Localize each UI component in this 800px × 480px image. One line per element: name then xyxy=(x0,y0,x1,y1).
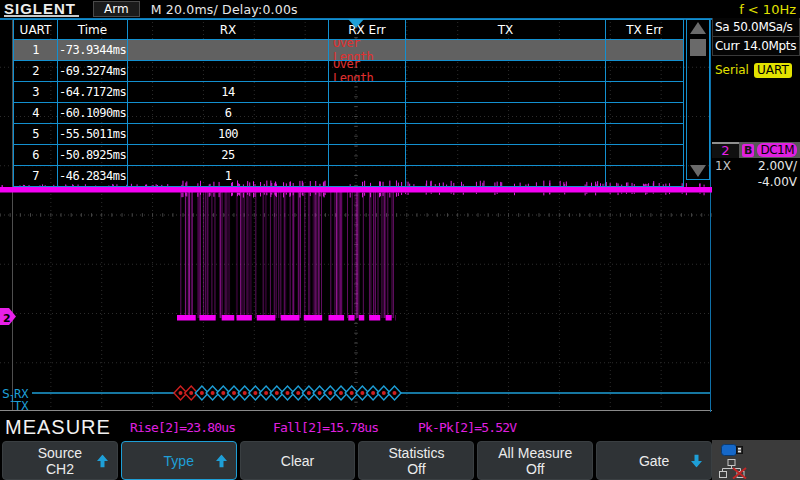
cell-tx_err xyxy=(606,145,683,165)
column-header: UART xyxy=(14,20,58,39)
coupling-badge: DC1M xyxy=(757,143,797,157)
memory-depth-readout: Curr 14.0Mpts xyxy=(712,36,800,56)
table-row[interactable]: 3-64.7172ms14 xyxy=(14,82,683,103)
measure-bar: MEASURE Rise[2]=23.80us Fall[2]=15.78us … xyxy=(0,412,800,440)
cell-tx xyxy=(406,145,606,165)
cell-idx: 2 xyxy=(14,61,58,81)
cell-tx xyxy=(406,61,606,81)
menu-button-statistics[interactable]: StatisticsOff xyxy=(358,441,474,480)
menu-button-source[interactable]: SourceCH2 xyxy=(2,441,118,480)
chevron-down-icon xyxy=(691,454,702,467)
svg-text:TX: TX xyxy=(14,399,29,413)
measure-title: MEASURE xyxy=(5,416,111,439)
column-header: Time xyxy=(58,20,128,39)
serial-label: Serial xyxy=(715,63,749,77)
cell-time: -50.8925ms xyxy=(58,145,128,165)
cell-tx_err xyxy=(606,103,683,123)
table-row[interactable]: 7-46.2834ms1 xyxy=(14,166,683,186)
cell-rx: 6 xyxy=(128,103,329,123)
cell-time: -73.9344ms xyxy=(58,40,128,60)
scroll-down-icon[interactable] xyxy=(690,165,706,177)
top-status-bar: SIGLENT Arm M 20.0ms/ Delay:0.00s f < 10… xyxy=(0,0,800,18)
column-header: TX Err xyxy=(606,20,683,39)
trigger-status-badge: Arm xyxy=(93,1,140,17)
chevron-up-icon xyxy=(97,454,108,467)
cell-idx: 7 xyxy=(14,166,58,186)
status-icon-panel xyxy=(712,440,800,480)
cell-idx: 4 xyxy=(14,103,58,123)
cell-rx: 100 xyxy=(128,124,329,144)
cell-time: -55.5011ms xyxy=(58,124,128,144)
chevron-up-icon xyxy=(216,454,227,467)
sample-rate-readout: Sa 50.0MSa/s xyxy=(712,17,800,37)
measurement-fall: Fall[2]=15.78us xyxy=(273,420,378,435)
serial-decode-status[interactable]: Serial UART xyxy=(712,61,800,79)
cell-tx_err xyxy=(606,82,683,102)
menu-button-label: Type xyxy=(164,453,194,469)
cell-idx: 1 xyxy=(14,40,58,60)
measurement-pkpk: Pk-Pk[2]=5.52V xyxy=(418,420,516,435)
column-header: RX xyxy=(128,20,329,39)
menu-button-type[interactable]: Type xyxy=(121,441,237,480)
cell-idx: 3 xyxy=(14,82,58,102)
cell-tx xyxy=(406,124,606,144)
cell-tx_err xyxy=(606,166,683,186)
menu-button-label: Clear xyxy=(281,453,314,469)
menu-button-label: CH2 xyxy=(46,461,74,477)
cell-time: -46.2834ms xyxy=(58,166,128,186)
table-row[interactable]: 2-69.3274msOver Length xyxy=(14,61,683,82)
cell-tx xyxy=(406,166,606,186)
cell-time: -69.3274ms xyxy=(58,61,128,81)
cell-idx: 5 xyxy=(14,124,58,144)
menu-button-label: Statistics xyxy=(388,445,444,461)
trigger-position-marker[interactable] xyxy=(348,19,364,28)
cell-tx xyxy=(406,82,606,102)
uart-decode-table: UARTTimeRXRX ErrTXTX Err1-73.9344msOver … xyxy=(13,19,684,187)
column-header: RX Err xyxy=(329,20,406,39)
svg-text:2: 2 xyxy=(3,312,11,325)
timebase-readout: M 20.0ms/ Delay:0.00s xyxy=(151,2,298,17)
cell-tx xyxy=(406,40,606,60)
table-row[interactable]: 5-55.5011ms100 xyxy=(14,124,683,145)
table-row[interactable]: 1-73.9344msOver Length xyxy=(14,40,683,61)
volts-per-div: 2.00V/ xyxy=(758,159,797,173)
cell-rx: 14 xyxy=(128,82,329,102)
cell-rx xyxy=(128,61,329,81)
cell-time: -60.1090ms xyxy=(58,103,128,123)
scroll-up-icon[interactable] xyxy=(690,22,706,34)
acquisition-info: Sa 50.0MSa/s Curr 14.0Mpts xyxy=(712,18,800,56)
table-row[interactable]: 6-50.8925ms25 xyxy=(14,145,683,166)
menu-button-label: All Measure xyxy=(498,445,572,461)
cell-rx_err xyxy=(329,166,406,186)
cell-tx_err xyxy=(606,124,683,144)
menu-bar: SourceCH2TypeClearStatisticsOffAll Measu… xyxy=(0,440,712,480)
cell-rx: 1 xyxy=(128,166,329,186)
menu-button-label: Gate xyxy=(639,453,669,469)
cell-tx xyxy=(406,103,606,123)
cell-rx xyxy=(128,40,329,60)
cell-rx_err: Over Length xyxy=(329,61,406,81)
siglent-logo: SIGLENT xyxy=(4,2,79,17)
cell-idx: 6 xyxy=(14,145,58,165)
measurement-rise: Rise[2]=23.80us xyxy=(130,420,235,435)
cell-rx_err: Over Length xyxy=(329,40,406,60)
cell-rx_err xyxy=(329,103,406,123)
menu-button-gate[interactable]: Gate xyxy=(596,441,712,480)
menu-button-all-measure[interactable]: All MeasureOff xyxy=(477,441,593,480)
channel2-info-box[interactable]: 2 B DC1M 1X 2.00V/ -4.00V xyxy=(712,142,800,190)
scrollbar-thumb[interactable] xyxy=(690,39,706,56)
menu-button-label: Off xyxy=(407,461,425,477)
column-header: TX xyxy=(406,20,606,39)
cell-rx_err xyxy=(329,145,406,165)
usb-icon xyxy=(721,443,744,457)
channel2-number: 2 xyxy=(712,142,739,158)
cell-rx_err xyxy=(329,82,406,102)
cell-tx_err xyxy=(606,40,683,60)
lan-disconnected-icon xyxy=(719,459,747,479)
menu-button-clear[interactable]: Clear xyxy=(240,441,356,480)
cell-tx_err xyxy=(606,61,683,81)
table-row[interactable]: 4-60.1090ms6 xyxy=(14,103,683,124)
table-scrollbar[interactable] xyxy=(686,19,710,180)
serial-protocol-badge: UART xyxy=(754,63,792,78)
cell-rx: 25 xyxy=(128,145,329,165)
